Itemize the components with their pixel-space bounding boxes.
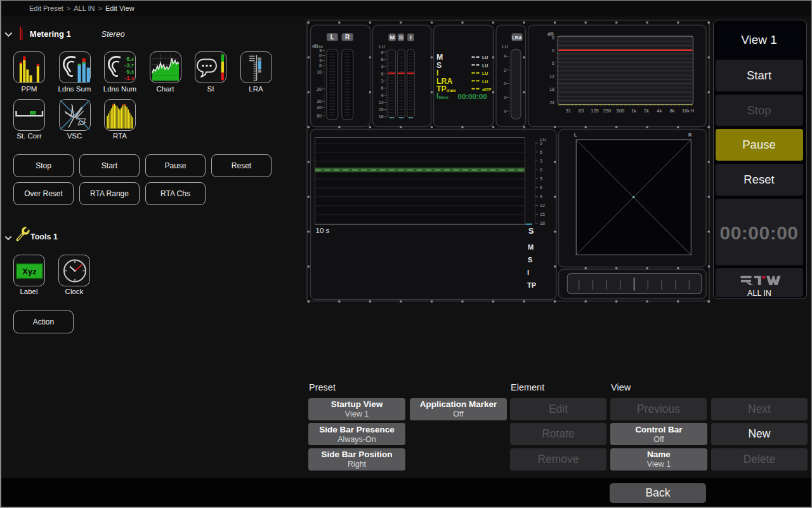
svg-text:6: 6 bbox=[540, 150, 542, 154]
svg-text:9: 9 bbox=[540, 194, 542, 199]
svg-text:15: 15 bbox=[540, 212, 545, 217]
svg-text:LRA: LRA bbox=[512, 35, 522, 41]
svg-text:I: I bbox=[410, 34, 412, 41]
svg-text:TP: TP bbox=[527, 281, 536, 289]
svg-text:LU: LU bbox=[379, 44, 385, 50]
svg-text:LU: LU bbox=[482, 64, 488, 68]
svg-text:LU: LU bbox=[482, 55, 488, 60]
svg-text:6: 6 bbox=[552, 36, 554, 40]
svg-text:1k: 1k bbox=[631, 108, 636, 114]
svg-text:dBTP: dBTP bbox=[482, 88, 492, 91]
svg-text:ALL IN: ALL IN bbox=[747, 289, 771, 297]
svg-text:4k: 4k bbox=[657, 108, 662, 114]
svg-text:12: 12 bbox=[540, 203, 545, 208]
svg-text:250: 250 bbox=[603, 108, 612, 114]
svg-text:2k: 2k bbox=[644, 108, 649, 114]
svg-text:M: M bbox=[390, 34, 395, 41]
svg-text:3: 3 bbox=[540, 159, 542, 163]
svg-text:6: 6 bbox=[540, 185, 542, 190]
svg-text:S: S bbox=[528, 256, 532, 264]
svg-text:LU: LU bbox=[502, 44, 509, 50]
svg-text:18: 18 bbox=[540, 221, 545, 225]
svg-text:R: R bbox=[688, 132, 692, 138]
svg-text:S: S bbox=[399, 34, 403, 41]
svg-text:24: 24 bbox=[549, 100, 554, 105]
svg-text:63: 63 bbox=[579, 108, 584, 114]
svg-text:H: H bbox=[691, 108, 694, 114]
svg-text:R: R bbox=[345, 34, 350, 41]
svg-text:Tools 1: Tools 1 bbox=[30, 232, 58, 241]
svg-text:16k: 16k bbox=[682, 108, 690, 114]
svg-text:I: I bbox=[527, 269, 529, 276]
svg-text:Xyz: Xyz bbox=[22, 267, 37, 276]
svg-text:500: 500 bbox=[617, 108, 625, 114]
svg-text:Stereo: Stereo bbox=[102, 30, 125, 39]
svg-text:Metering 1: Metering 1 bbox=[30, 29, 71, 39]
svg-text:L: L bbox=[574, 132, 577, 138]
svg-text:-1.0: -1.0 bbox=[124, 74, 134, 81]
svg-text:L: L bbox=[331, 34, 334, 41]
svg-text:M: M bbox=[528, 243, 534, 251]
svg-text:12: 12 bbox=[549, 74, 554, 79]
svg-text:10 s: 10 s bbox=[316, 227, 330, 234]
svg-text:31: 31 bbox=[566, 108, 571, 114]
svg-text:18: 18 bbox=[549, 87, 554, 91]
svg-text:8k: 8k bbox=[670, 108, 675, 114]
svg-text:0: 0 bbox=[552, 48, 554, 53]
svg-text:125: 125 bbox=[591, 108, 599, 114]
svg-text:S: S bbox=[528, 227, 534, 236]
svg-text:LU: LU bbox=[482, 71, 488, 76]
svg-text:6: 6 bbox=[552, 61, 554, 65]
svg-text:00:00:00: 00:00:00 bbox=[458, 93, 487, 100]
svg-text:3: 3 bbox=[540, 177, 542, 181]
svg-text:LU: LU bbox=[482, 79, 488, 84]
svg-text:9: 9 bbox=[540, 141, 542, 145]
svg-text:0: 0 bbox=[540, 168, 542, 172]
